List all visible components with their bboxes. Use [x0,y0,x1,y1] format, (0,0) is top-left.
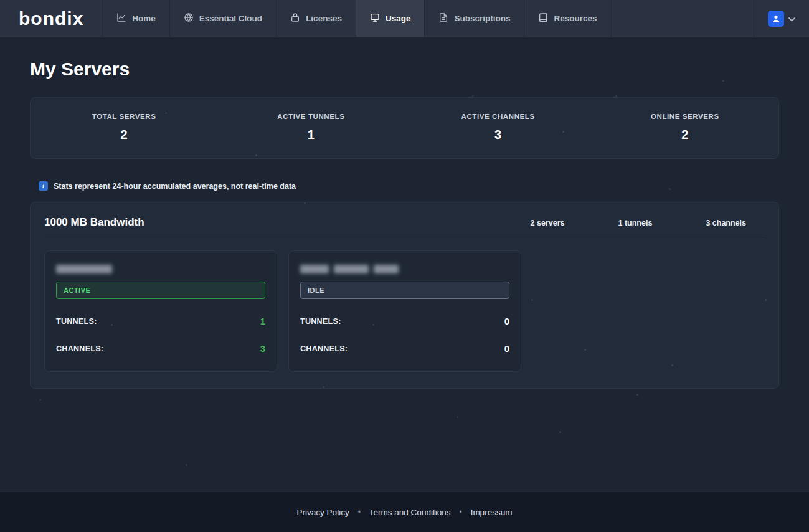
nav-item-essential-cloud[interactable]: Essential Cloud [169,0,276,37]
page-footer: Privacy Policy • Terms and Conditions • … [0,492,809,532]
channels-value: 0 [504,343,509,354]
nav-item-usage[interactable]: Usage [356,0,425,37]
nav-item-label: Subscriptions [454,14,510,23]
line-chart-icon [116,12,126,24]
summary-servers: 2 servers [531,219,565,227]
stat-value: 2 [592,128,778,142]
nav-item-label: Usage [386,14,411,23]
top-navbar: bondix Home Essential Cloud Licenses Usa… [0,0,809,37]
nav-item-label: Licenses [306,14,342,23]
redacted-text-block [374,265,399,273]
tunnels-label: TUNNELS: [56,317,97,326]
main-content: My Servers TOTAL SERVERS 2 ACTIVE TUNNEL… [0,37,809,492]
footer-separator: • [358,508,361,516]
stat-label: TOTAL SERVERS [31,113,217,120]
server-name-redacted [300,265,509,273]
stat-value: 3 [405,128,592,142]
user-menu[interactable] [754,0,809,37]
globe-icon [184,12,194,24]
summary-tunnels: 1 tunnels [618,219,653,227]
stat-value: 2 [31,128,217,142]
stat-label: ACTIVE TUNNELS [217,113,404,120]
stat-active-tunnels: ACTIVE TUNNELS 1 [217,113,404,142]
stat-value: 1 [217,128,404,142]
book-icon [538,12,548,24]
redacted-text-block [334,265,369,273]
stat-active-channels: ACTIVE CHANNELS 3 [405,113,592,142]
nav-item-subscriptions[interactable]: Subscriptions [424,0,524,37]
status-badge: IDLE [300,282,509,299]
bandwidth-group-summary: 2 servers 1 tunnels 3 channels [531,219,764,227]
tunnels-value: 1 [260,316,265,326]
nav-item-label: Essential Cloud [199,14,262,23]
server-card[interactable]: IDLE TUNNELS: 0 CHANNELS: 0 [288,250,521,372]
chevron-down-icon[interactable] [788,13,795,24]
document-icon [438,12,448,24]
nav-item-licenses[interactable]: Licenses [276,0,356,37]
channels-row: CHANNELS: 0 [300,343,509,354]
redacted-text-block [56,265,112,273]
tunnels-label: TUNNELS: [300,317,341,326]
redacted-text-block [300,265,329,273]
stat-total-servers: TOTAL SERVERS 2 [31,113,217,142]
stats-info-note: i Stats represent 24-hour accumulated av… [39,181,779,191]
nav-item-home[interactable]: Home [102,0,169,37]
channels-value: 3 [260,343,265,354]
nav-item-resources[interactable]: Resources [524,0,611,37]
summary-channels: 3 channels [706,219,746,227]
status-badge: ACTIVE [56,282,265,299]
lock-icon [290,12,300,24]
stat-label: ONLINE SERVERS [592,113,778,120]
server-name-redacted [56,265,265,273]
footer-link-impressum[interactable]: Impressum [471,508,513,517]
main-nav: Home Essential Cloud Licenses Usage Subs… [102,0,611,37]
user-avatar-icon [768,11,784,27]
page-title: My Servers [30,59,779,80]
channels-label: CHANNELS: [56,344,103,353]
footer-separator: • [459,508,461,516]
info-icon: i [39,181,48,191]
bandwidth-group-title: 1000 MB Bandwidth [44,216,144,229]
nav-item-label: Home [132,14,156,23]
footer-link-privacy[interactable]: Privacy Policy [297,508,349,517]
server-card[interactable]: ACTIVE TUNNELS: 1 CHANNELS: 3 [44,250,277,372]
monitor-icon [370,12,380,24]
tunnels-value: 0 [504,316,509,326]
bandwidth-group-card: 1000 MB Bandwidth 2 servers 1 tunnels 3 … [30,202,779,389]
tunnels-row: TUNNELS: 1 [56,316,265,326]
bandwidth-group-header: 1000 MB Bandwidth 2 servers 1 tunnels 3 … [44,216,765,239]
stat-online-servers: ONLINE SERVERS 2 [592,113,778,142]
server-grid: ACTIVE TUNNELS: 1 CHANNELS: 3 IDLE [44,250,765,372]
footer-link-terms[interactable]: Terms and Conditions [369,508,451,517]
tunnels-row: TUNNELS: 0 [300,316,509,326]
bondix-logo[interactable]: bondix [0,0,102,37]
channels-row: CHANNELS: 3 [56,343,265,354]
channels-label: CHANNELS: [300,344,348,353]
stats-summary-panel: TOTAL SERVERS 2 ACTIVE TUNNELS 1 ACTIVE … [30,97,779,159]
info-note-text: Stats represent 24-hour accumulated aver… [54,182,296,191]
nav-item-label: Resources [554,14,597,23]
stat-label: ACTIVE CHANNELS [405,113,592,120]
